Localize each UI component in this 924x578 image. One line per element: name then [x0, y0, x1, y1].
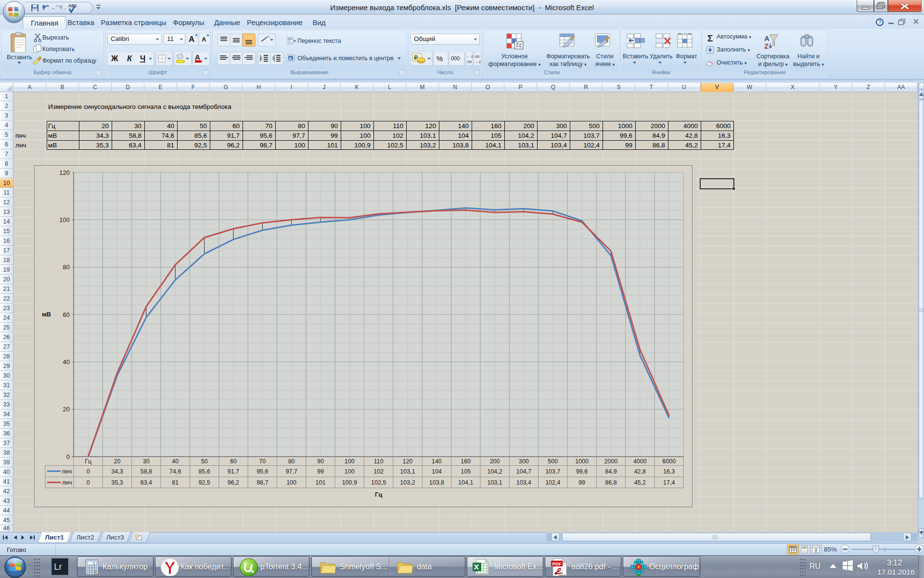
svg-text:81: 81 [172, 479, 179, 486]
svg-text:мВ: мВ [42, 311, 51, 318]
svg-text:96,2: 96,2 [228, 479, 239, 486]
svg-text:85,6: 85,6 [198, 468, 210, 475]
svg-text:4000: 4000 [633, 458, 647, 465]
svg-text:60: 60 [63, 311, 70, 318]
svg-text:102: 102 [373, 468, 384, 475]
svg-text:6000: 6000 [662, 458, 676, 465]
svg-text:102,4: 102,4 [545, 479, 560, 486]
svg-text:200: 200 [490, 458, 500, 465]
svg-text:500: 500 [548, 458, 558, 465]
svg-text:пнч: пнч [62, 468, 72, 475]
svg-text:80: 80 [63, 263, 70, 271]
svg-text:63,4: 63,4 [141, 479, 152, 486]
svg-text:42,8: 42,8 [634, 468, 646, 475]
svg-text:45,2: 45,2 [634, 479, 646, 486]
svg-text:120: 120 [59, 169, 70, 176]
svg-text:98,7: 98,7 [257, 479, 268, 486]
svg-text:70: 70 [259, 458, 266, 465]
svg-text:20: 20 [63, 406, 70, 413]
svg-text:лнч: лнч [62, 479, 72, 486]
svg-text:58,8: 58,8 [141, 468, 152, 475]
svg-text:100: 100 [59, 216, 70, 223]
svg-text:91,7: 91,7 [228, 468, 239, 475]
svg-text:60: 60 [230, 458, 237, 465]
svg-text:17,4: 17,4 [663, 479, 675, 486]
svg-text:?: ? [878, 19, 881, 25]
svg-text:99: 99 [578, 479, 585, 486]
svg-text:Гц: Гц [85, 458, 91, 465]
svg-text:92,5: 92,5 [198, 479, 210, 486]
svg-text:100: 100 [345, 468, 355, 475]
svg-text:100: 100 [286, 479, 296, 486]
svg-text:Adobe: Adobe [559, 574, 566, 577]
svg-text:99: 99 [317, 468, 324, 475]
svg-text:102,5: 102,5 [371, 479, 386, 486]
svg-text:0: 0 [93, 562, 95, 565]
svg-text:104,2: 104,2 [487, 468, 502, 475]
svg-text:110: 110 [374, 458, 384, 465]
svg-text:0: 0 [87, 479, 90, 486]
svg-text:104,7: 104,7 [516, 468, 531, 475]
svg-text:35,3: 35,3 [111, 479, 123, 486]
svg-text:40: 40 [172, 458, 179, 465]
svg-text:100,9: 100,9 [342, 479, 357, 486]
svg-text:80: 80 [288, 458, 295, 465]
svg-text:ABC: ABC [68, 3, 77, 8]
svg-text:160: 160 [461, 458, 471, 465]
svg-text:2000: 2000 [604, 458, 618, 465]
svg-text:104,1: 104,1 [458, 479, 473, 486]
svg-text:40: 40 [63, 358, 70, 366]
svg-text:103,8: 103,8 [429, 479, 444, 486]
svg-text:16,3: 16,3 [663, 468, 675, 475]
svg-text:34,3: 34,3 [111, 468, 123, 475]
svg-text:74,6: 74,6 [169, 468, 181, 475]
svg-text:50: 50 [201, 458, 208, 465]
svg-text:1000: 1000 [575, 458, 589, 465]
svg-text:300: 300 [519, 458, 529, 465]
svg-text:30: 30 [143, 458, 150, 465]
svg-text:Гц: Гц [375, 491, 382, 498]
svg-text:95,6: 95,6 [257, 468, 268, 475]
svg-text:120: 120 [403, 458, 413, 465]
svg-text:101: 101 [316, 479, 326, 486]
svg-text:103,4: 103,4 [516, 479, 531, 486]
svg-text:90: 90 [317, 458, 324, 465]
svg-text:0: 0 [66, 453, 70, 460]
svg-text:84,9: 84,9 [605, 468, 616, 475]
svg-text:97,7: 97,7 [285, 468, 297, 475]
svg-text:103,2: 103,2 [400, 479, 415, 486]
svg-text:103,1: 103,1 [400, 468, 415, 475]
svg-text:103,7: 103,7 [545, 468, 560, 475]
svg-text:99,6: 99,6 [576, 468, 588, 475]
svg-text:140: 140 [432, 458, 442, 465]
svg-text:0: 0 [87, 468, 90, 475]
svg-text:PDF: PDF [552, 561, 562, 566]
svg-text:104: 104 [432, 468, 442, 475]
svg-text:20: 20 [114, 458, 121, 465]
svg-text:100: 100 [345, 458, 355, 465]
svg-text:86,8: 86,8 [605, 479, 616, 486]
svg-text:105: 105 [461, 468, 471, 475]
svg-text:103,1: 103,1 [487, 479, 502, 486]
